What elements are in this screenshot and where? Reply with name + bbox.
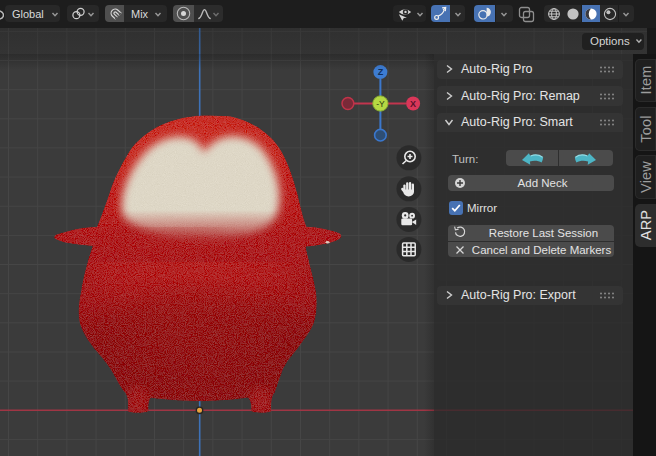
svg-text:X: X: [410, 99, 416, 109]
svg-text:-Y: -Y: [376, 99, 385, 109]
